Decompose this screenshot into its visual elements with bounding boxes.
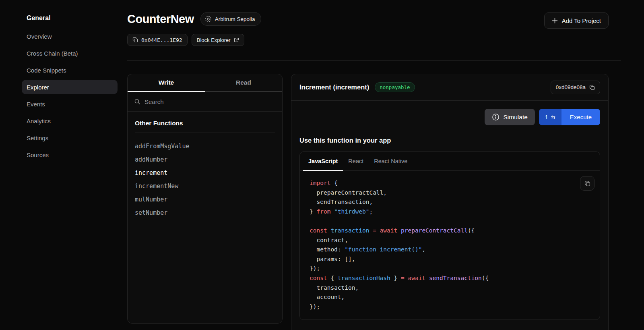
tab-write[interactable]: Write (128, 74, 205, 92)
code-tab-react[interactable]: React (343, 152, 369, 171)
simulate-label: Simulate (504, 114, 528, 121)
contract-address-button[interactable]: 0x044E...1E92 (127, 34, 188, 46)
execute-label: Execute (570, 114, 592, 120)
functions-section-title: Other Functions (135, 120, 275, 133)
sidebar-item-cross-chain-beta[interactable]: Cross Chain (Beta) (22, 46, 118, 60)
title-row: CounterNew Arbitrum Sepolia (127, 12, 261, 26)
block-explorer-label: Block Explorer (197, 37, 231, 43)
copy-icon (584, 181, 590, 187)
tab-read[interactable]: Read (205, 74, 282, 92)
search-row (128, 92, 282, 112)
add-to-project-label: Add To Project (562, 17, 601, 24)
functions-panel: WriteRead Other Functions addFromMsgValu… (127, 74, 283, 324)
add-to-project-button[interactable]: Add To Project (544, 12, 609, 29)
plus-icon (552, 18, 558, 24)
code-snippet: import { prepareContractCall, sendTransa… (310, 178, 576, 311)
execute-count-value: 1 (545, 114, 548, 120)
function-item-increment[interactable]: increment (135, 166, 275, 179)
sidebar-item-sources[interactable]: Sources (22, 147, 118, 162)
function-detail-header: Increment (increment) nonpayable 0xd09de… (291, 74, 608, 101)
header-divider (127, 60, 621, 61)
swap-arrows-icon: ⇆ (551, 114, 555, 120)
function-item-addnumber[interactable]: addNumber (135, 153, 275, 166)
search-input[interactable] (144, 98, 276, 105)
sidebar-item-code-snippets[interactable]: Code Snippets (22, 63, 118, 77)
functions-list: addFromMsgValueaddNumberincrementincreme… (128, 135, 282, 223)
search-icon (134, 98, 140, 105)
main-content: CounterNew Arbitrum Sepolia Add To Proje… (127, 0, 609, 330)
sidebar-item-analytics[interactable]: Analytics (22, 114, 118, 128)
contract-links-row: 0x044E...1E92 Block Explorer (127, 34, 244, 46)
write-read-tabs: WriteRead (128, 74, 282, 92)
sidebar-items: OverviewCross Chain (Beta)Code SnippetsE… (22, 29, 118, 162)
code-body: import { prepareContractCall, sendTransa… (300, 171, 600, 319)
code-tab-javascript[interactable]: JavaScript (303, 152, 343, 171)
function-selector-button[interactable]: 0xd09de08a (551, 81, 600, 94)
external-link-icon (234, 37, 239, 43)
function-item-incrementnew[interactable]: incrementNew (135, 179, 275, 193)
network-badge[interactable]: Arbitrum Sepolia (200, 12, 261, 26)
function-item-mulnumber[interactable]: mulNumber (135, 193, 275, 206)
function-item-addfrommsgvalue[interactable]: addFromMsgValue (135, 139, 275, 153)
function-detail-panel: Increment (increment) nonpayable 0xd09de… (291, 74, 609, 330)
function-selector-label: 0xd09de08a (556, 84, 586, 90)
network-badge-label: Arbitrum Sepolia (215, 16, 255, 22)
network-icon (205, 16, 212, 23)
copy-code-button[interactable] (580, 176, 594, 191)
sidebar-section-header: General (22, 15, 118, 22)
sidebar: General OverviewCross Chain (Beta)Code S… (0, 0, 121, 330)
panels-row: WriteRead Other Functions addFromMsgValu… (127, 74, 609, 330)
execute-count-button[interactable]: 1 ⇆ (539, 109, 561, 125)
execute-split-button: 1 ⇆ Execute (539, 109, 600, 125)
function-title: Increment (increment) (299, 83, 369, 91)
mutability-badge: nonpayable (375, 82, 415, 92)
sidebar-item-settings[interactable]: Settings (22, 131, 118, 145)
code-tab-react-native[interactable]: React Native (369, 152, 413, 171)
block-explorer-button[interactable]: Block Explorer (192, 34, 244, 46)
usage-heading: Use this function in your app (299, 137, 600, 144)
function-item-setnumber[interactable]: setNumber (135, 206, 275, 219)
execute-button[interactable]: Execute (561, 109, 600, 125)
copy-icon (132, 37, 138, 43)
code-language-tabs: JavaScriptReactReact Native (300, 152, 600, 171)
functions-section: Other Functions (128, 112, 282, 135)
contract-address-label: 0x044E...1E92 (141, 37, 182, 43)
code-card: JavaScriptReactReact Native import { pre… (299, 152, 600, 320)
info-icon (492, 113, 500, 121)
simulate-button[interactable]: Simulate (485, 109, 535, 125)
sidebar-item-overview[interactable]: Overview (22, 29, 118, 44)
actions-row: Simulate 1 ⇆ Execute (291, 101, 608, 125)
sidebar-item-events[interactable]: Events (22, 97, 118, 111)
page-title: CounterNew (127, 12, 194, 26)
sidebar-item-explorer[interactable]: Explorer (22, 80, 118, 94)
copy-icon (589, 85, 595, 90)
